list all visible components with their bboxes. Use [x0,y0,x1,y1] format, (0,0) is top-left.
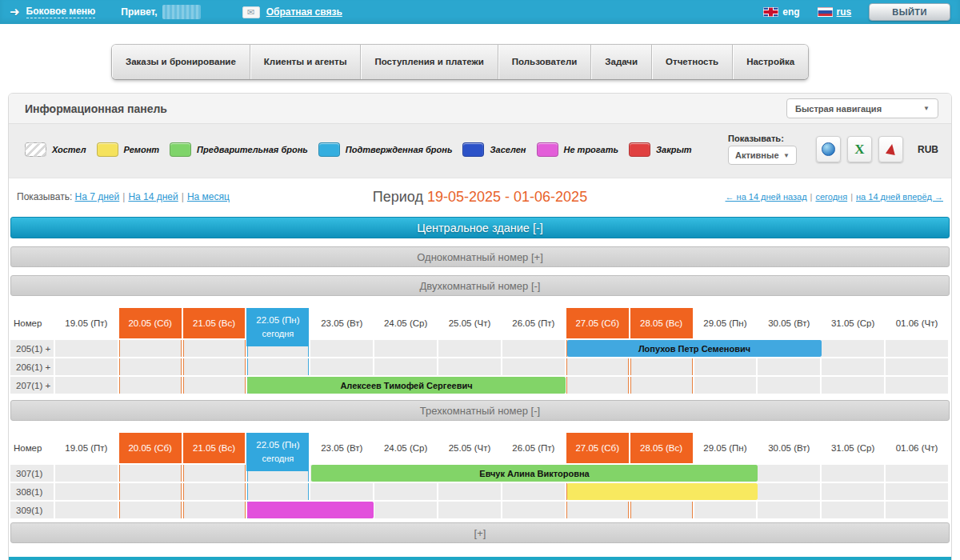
date-header-cell[interactable]: 22.05 (Пн)сегодня [246,433,309,471]
day-cell[interactable] [502,502,565,518]
date-header-cell[interactable]: 25.05 (Чт) [438,433,501,463]
day-cell[interactable] [55,465,118,482]
day-cell[interactable] [438,340,501,357]
booking-bar[interactable]: Алексеев Тимофей Сергеевич [247,377,566,394]
date-header-cell[interactable]: 26.05 (Пт) [502,308,565,338]
day-cell[interactable] [119,502,182,518]
date-header-cell[interactable]: 31.05 (Ср) [822,433,884,463]
day-cell[interactable] [247,483,310,500]
tab-2[interactable]: Клиенты и агенты [250,45,362,79]
room-label[interactable]: 207(1) + [10,377,54,394]
forward-14-days-link[interactable]: на 14 дней вперёд → [856,192,943,202]
day-cell[interactable] [502,358,565,375]
day-cell[interactable] [183,340,246,357]
day-cell[interactable] [886,377,948,394]
day-cell[interactable] [758,377,820,394]
date-header-cell[interactable]: 19.05 (Пт) [55,308,118,338]
date-header-cell[interactable]: 20.05 (Сб) [119,308,182,338]
booking-bar[interactable] [247,502,374,518]
day-cell[interactable] [55,483,118,500]
range-7-days-link[interactable]: На 7 дней [75,191,120,202]
date-header-cell[interactable]: 20.05 (Сб) [119,433,182,463]
room-label[interactable]: 307(1) [10,465,54,482]
day-cell[interactable] [183,502,246,518]
day-cell[interactable] [758,465,820,482]
feedback-link[interactable]: Обратная связь [266,6,342,18]
day-cell[interactable] [119,358,182,375]
day-cell[interactable] [374,340,437,357]
date-header-cell[interactable]: 28.05 (Вс) [630,308,693,338]
section-two-room[interactable]: Двухкомнатный номер [-] [10,275,950,296]
day-cell[interactable] [310,340,373,357]
tab-1[interactable]: Заказы и бронирование [112,45,250,79]
day-cell[interactable] [566,502,629,518]
day-cell[interactable] [822,465,884,482]
booking-bar[interactable]: Евчук Алина Викторовна [311,465,758,482]
day-cell[interactable] [822,483,884,500]
day-cell[interactable] [119,340,182,357]
booking-bar[interactable] [567,483,758,500]
quick-navigation-select[interactable]: Быстрая навигация ▼ [786,98,938,118]
day-cell[interactable] [438,502,501,518]
day-cell[interactable] [55,377,118,394]
day-cell[interactable] [630,502,693,518]
day-cell[interactable] [822,502,884,518]
date-header-cell[interactable]: 30.05 (Вт) [758,308,820,338]
day-cell[interactable] [502,483,565,500]
date-header-cell[interactable]: 01.06 (Чт) [886,433,948,463]
day-cell[interactable] [55,340,118,357]
date-header-cell[interactable]: 26.05 (Пт) [502,433,565,463]
day-cell[interactable] [438,483,501,500]
date-header-cell[interactable]: 24.05 (Ср) [374,433,437,463]
room-label[interactable]: 206(1) + [10,358,54,375]
booking-bar[interactable]: Лопухов Петр Семенович [567,340,822,357]
date-header-cell[interactable]: 31.05 (Ср) [822,308,884,338]
day-cell[interactable] [630,358,693,375]
day-cell[interactable] [438,358,501,375]
side-menu-link[interactable]: Боковое меню [26,6,96,18]
date-header-cell[interactable]: 01.06 (Чт) [886,308,948,338]
day-cell[interactable] [566,377,629,394]
day-cell[interactable] [886,465,948,482]
show-filter-select[interactable]: Активные ▼ [728,146,797,165]
day-cell[interactable] [183,483,246,500]
day-cell[interactable] [183,465,246,482]
day-cell[interactable] [119,465,182,482]
export-html-button[interactable] [816,136,841,162]
building-header[interactable]: Центральное здание [-] [10,217,950,238]
tab-4[interactable]: Пользователи [498,45,592,79]
room-label[interactable]: 205(1) + [10,340,54,357]
date-header-cell[interactable]: 24.05 (Ср) [374,308,437,338]
room-label[interactable]: 309(1) [10,502,54,518]
date-header-cell[interactable]: 25.05 (Чт) [438,308,501,338]
tab-5[interactable]: Задачи [591,45,652,79]
day-cell[interactable] [886,502,948,518]
day-cell[interactable] [310,358,373,375]
day-cell[interactable] [374,358,437,375]
date-header-cell[interactable]: 27.05 (Сб) [566,308,629,338]
date-header-cell[interactable]: 22.05 (Пн)сегодня [246,308,309,346]
day-cell[interactable] [183,377,246,394]
date-header-cell[interactable]: 21.05 (Вс) [183,308,246,338]
tab-6[interactable]: Отчетность [652,45,733,79]
section-three-room[interactable]: Трехкомнатный номер [-] [10,400,950,421]
day-cell[interactable] [247,358,310,375]
day-cell[interactable] [822,377,884,394]
day-cell[interactable] [502,340,565,357]
range-14-days-link[interactable]: На 14 дней [128,191,178,202]
day-cell[interactable] [119,483,182,500]
date-header-cell[interactable]: 28.05 (Вс) [630,433,693,463]
date-header-cell[interactable]: 29.05 (Пн) [694,308,757,338]
section-add-more[interactable]: [+] [10,522,950,543]
date-header-cell[interactable]: 23.05 (Вт) [310,308,373,338]
day-cell[interactable] [822,358,884,375]
lang-eng-link[interactable]: eng [782,6,799,18]
back-14-days-link[interactable]: ← на 14 дней назад [726,192,807,202]
date-header-cell[interactable]: 30.05 (Вт) [758,433,820,463]
export-pdf-button[interactable] [878,136,903,162]
export-excel-button[interactable]: X [847,136,872,162]
tab-7[interactable]: Настройка [733,45,808,79]
today-link[interactable]: сегодня [815,192,847,202]
day-cell[interactable] [310,483,373,500]
day-cell[interactable] [694,377,757,394]
